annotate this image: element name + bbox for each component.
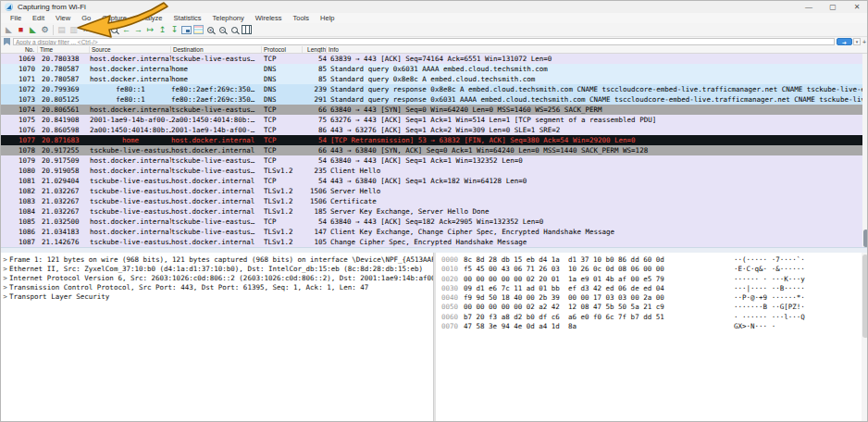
stop-capture-icon[interactable]: ■	[15, 24, 27, 36]
add-filter-button[interactable]: +	[861, 38, 868, 45]
packet-list-scrollbar[interactable]	[862, 54, 868, 247]
packet-row-1083[interactable]: 108321.032267tsckube-live-eastus…host.do…	[1, 196, 868, 206]
packet-time: 20.806561	[38, 105, 90, 115]
detail-line-3[interactable]: >Transmission Control Protocol, Src Port…	[1, 283, 433, 292]
packet-no: 1079	[1, 155, 38, 166]
detail-line-1[interactable]: >Ethernet II, Src: ZyxelCom_37:10:b0 (d4…	[1, 265, 433, 274]
find-packet-icon[interactable]	[108, 24, 120, 36]
expander-icon[interactable]: >	[1, 265, 9, 274]
detail-line-2[interactable]: >Internet Protocol Version 6, Src: 2603:…	[1, 274, 433, 283]
packet-row-1072[interactable]: 107220.799369fe80::1fe80::2aef:269c:350……	[1, 84, 868, 94]
packet-row-1076[interactable]: 107620.8605982a00:1450:4014:80b:…2001-1a…	[1, 125, 868, 135]
menu-capture[interactable]: Capture	[96, 14, 132, 22]
packet-row-1069[interactable]: 106920.780338host.docker.internaltsckube…	[1, 54, 868, 64]
resize-columns-icon[interactable]	[241, 24, 253, 36]
go-to-packet-icon[interactable]: ↦	[144, 24, 156, 36]
open-file-icon[interactable]: ▤	[56, 24, 68, 36]
packet-protocol: DNS	[262, 64, 303, 74]
filter-bookmark-icon[interactable]	[4, 38, 10, 45]
hex-ascii: ·E·C·q&· ·&······	[734, 265, 805, 274]
menu-file[interactable]: File	[5, 14, 27, 22]
packet-row-1077[interactable]: 107720.871683homehost.docker.internalTCP…	[1, 135, 868, 145]
expander-icon[interactable]: >	[1, 255, 9, 265]
zoom-reset-icon[interactable]	[229, 24, 241, 36]
packet-time: 20.799369	[38, 84, 90, 94]
packet-row-1073[interactable]: 107320.805125fe80::1fe80::2aef:269c:350……	[1, 94, 868, 105]
column-header-length[interactable]: Length	[303, 46, 327, 53]
hex-row-0060[interactable]: 0060b7 20 f3 a8 d2 b0 df c6 a6 e0 f0 6c …	[436, 313, 862, 322]
column-header-destination[interactable]: Destination	[171, 46, 262, 53]
packet-length: 185	[303, 206, 327, 217]
packet-row-1087[interactable]: 108721.142676tsckube-live-eastus…host.do…	[1, 237, 868, 247]
expander-icon[interactable]: >	[1, 283, 9, 292]
apply-filter-button[interactable]: ➜	[837, 38, 852, 45]
go-forward-icon[interactable]: →	[132, 24, 144, 36]
packet-row-1074[interactable]: 107420.806561host.docker.internaltsckube…	[1, 105, 868, 115]
menu-edit[interactable]: Edit	[27, 14, 50, 22]
packet-row-1079[interactable]: 107920.917509host.docker.internaltsckube…	[1, 155, 868, 166]
hex-row-0030[interactable]: 003009 d1 e6 7c 11 ad 01 bb ef d3 42 ed …	[436, 284, 862, 293]
packet-length: 75	[303, 115, 327, 125]
start-capture-icon[interactable]: ◣	[3, 24, 15, 36]
restart-capture-icon[interactable]: ◣	[27, 24, 39, 36]
packet-row-1086[interactable]: 108621.034183host.docker.internaltsckube…	[1, 227, 868, 237]
save-file-icon[interactable]: ▥	[68, 24, 80, 36]
column-header-protocol[interactable]: Protocol	[262, 46, 303, 53]
hex-row-0040[interactable]: 0040f9 9d 50 18 40 00 2b 39 00 00 17 03 …	[436, 293, 862, 303]
menu-tools[interactable]: Tools	[288, 14, 316, 22]
hex-row-0070[interactable]: 007047 58 3e 94 4e 0d a4 1d 8aGX>·N··· ·	[436, 322, 862, 331]
detail-line-4[interactable]: >Transport Layer Security	[1, 292, 433, 302]
packet-row-1080[interactable]: 108020.919058host.docker.internaltsckube…	[1, 166, 868, 176]
close-button[interactable]: ✕	[845, 1, 868, 13]
detail-line-0[interactable]: >Frame 1: 121 bytes on wire (968 bits), …	[1, 255, 433, 265]
go-bottom-icon[interactable]: ↧	[168, 24, 180, 36]
expander-icon[interactable]: >	[1, 274, 9, 283]
hex-row-0050[interactable]: 005000 00 00 00 00 02 a2 42 12 08 47 5b …	[436, 303, 862, 312]
zoom-out-icon[interactable]: −	[217, 24, 229, 36]
packet-destination: fe80::2aef:269c:350…	[171, 84, 262, 94]
menu-statistics[interactable]: Statistics	[168, 14, 207, 22]
maximize-button[interactable]: ▢	[821, 1, 845, 13]
go-top-icon[interactable]: ↥	[156, 24, 168, 36]
column-header-info[interactable]: Info	[327, 46, 868, 53]
menu-go[interactable]: Go	[76, 14, 96, 22]
packet-row-1081[interactable]: 108121.029404tsckube-live-eastus…host.do…	[1, 176, 868, 186]
column-header-source[interactable]: Source	[90, 46, 171, 53]
menu-wireless[interactable]: Wireless	[250, 14, 288, 22]
menu-help[interactable]: Help	[315, 14, 340, 22]
colorize-icon[interactable]	[192, 24, 205, 36]
packet-protocol: DNS	[262, 74, 303, 84]
capture-options-icon[interactable]: ⚙	[39, 24, 51, 36]
packet-length: 1506	[303, 186, 327, 196]
hex-ascii: · ······ ···l···Q	[734, 313, 805, 322]
column-header-time[interactable]: Time	[38, 46, 90, 53]
hex-row-0020[interactable]: 002000 00 00 00 00 02 20 01 1a e9 01 4b …	[436, 275, 862, 284]
auto-scroll-icon[interactable]	[180, 24, 192, 36]
display-filter-input[interactable]	[13, 38, 835, 45]
minimize-button[interactable]: —	[797, 1, 821, 13]
hex-row-0010[interactable]: 0010f5 45 00 43 06 71 26 03 10 26 0c 0d …	[436, 265, 862, 274]
packet-time: 20.919058	[38, 166, 90, 176]
packet-row-1075[interactable]: 107520.8419082001-1ae9-14b-af00-…2a00:14…	[1, 115, 868, 125]
packet-row-1082[interactable]: 108221.032267tsckube-live-eastus…host.do…	[1, 186, 868, 196]
packet-row-1084[interactable]: 108421.032267tsckube-live-eastus…host.do…	[1, 206, 868, 217]
packet-row-1071[interactable]: 107120.780587host.docker.internalhomeDNS…	[1, 74, 868, 84]
packet-row-1085[interactable]: 108521.032500host.docker.internaltsckube…	[1, 217, 868, 227]
menu-view[interactable]: View	[50, 14, 76, 22]
bytes-scrollbar-thumb[interactable]	[862, 254, 868, 338]
packet-source: fe80::1	[90, 84, 171, 94]
reload-icon[interactable]: ↻	[92, 24, 104, 36]
filter-dropdown-button[interactable]: ▾	[853, 38, 861, 45]
expander-icon[interactable]: >	[1, 292, 9, 302]
menu-telephony[interactable]: Telephony	[207, 14, 250, 22]
packet-destination: 2001-1ae9-14b-af00-…	[171, 125, 262, 135]
packet-row-1070[interactable]: 107020.780587host.docker.internalhomeDNS…	[1, 64, 868, 74]
zoom-in-icon[interactable]: +	[205, 24, 217, 36]
column-header-no[interactable]: No.	[1, 46, 38, 53]
menu-analyze[interactable]: Analyze	[132, 14, 168, 22]
hex-row-0000[interactable]: 00008c 8d 28 db 15 eb d4 1a d1 37 10 b0 …	[436, 255, 862, 265]
packet-row-1078[interactable]: 107820.917255tsckube-live-eastus…host.do…	[1, 145, 868, 155]
close-file-icon[interactable]: ×	[80, 24, 92, 36]
go-back-icon[interactable]: ←	[120, 24, 132, 36]
packet-list-scrollbar-thumb[interactable]	[863, 230, 868, 247]
